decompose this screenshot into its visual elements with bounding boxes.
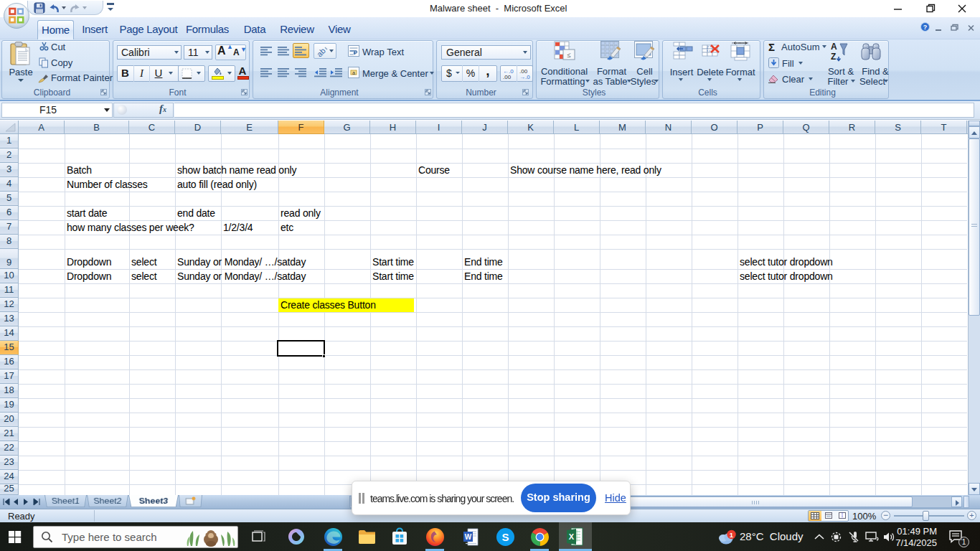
- svg-text:1: 1: [730, 531, 734, 539]
- svg-text:?: ?: [923, 24, 928, 31]
- svg-text:.00: .00: [503, 74, 512, 80]
- svg-text:→.0: →.0: [519, 74, 530, 80]
- svg-text:S: S: [501, 531, 509, 543]
- svg-text:Z: Z: [831, 52, 836, 62]
- svg-text:≤: ≤: [567, 51, 571, 59]
- svg-text:X: X: [569, 532, 575, 541]
- svg-text:A: A: [831, 42, 837, 52]
- svg-text:a: a: [352, 70, 355, 75]
- svg-text:W: W: [465, 533, 472, 541]
